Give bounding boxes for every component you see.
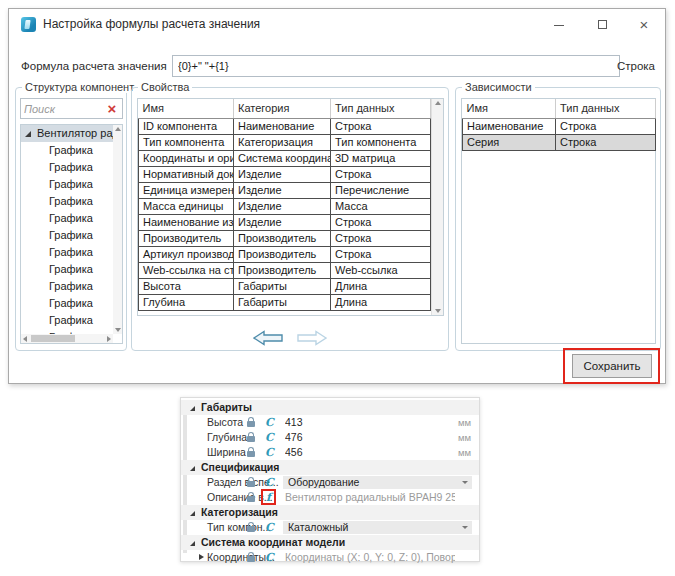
table-cell[interactable]: Изделие <box>234 166 331 182</box>
tree-item[interactable]: Графика <box>21 159 113 176</box>
panel-property-row[interactable]: ГлубинаC476мм <box>181 430 479 445</box>
panel-property-row[interactable]: Тип компон...CКаталожный <box>181 520 479 535</box>
table-cell[interactable]: Система координат <box>234 150 331 166</box>
table-row[interactable]: Наименование издеИзделиеСтрока <box>139 214 431 230</box>
calculated-icon[interactable]: C <box>265 445 274 460</box>
chevron-down-icon[interactable] <box>462 526 468 529</box>
calculated-icon[interactable]: C <box>265 430 274 445</box>
table-cell[interactable]: Тип компонента <box>331 134 431 150</box>
table-row[interactable]: Нормативный докуИзделиеСтрока <box>139 166 431 182</box>
table-cell[interactable]: Производитель <box>234 262 331 278</box>
save-button[interactable]: Сохранить <box>572 354 652 378</box>
table-cell[interactable]: Масса единицы <box>139 198 234 214</box>
column-header[interactable]: Тип данных <box>556 99 656 118</box>
column-header[interactable]: Имя <box>139 99 234 118</box>
table-cell[interactable]: Строка <box>331 166 431 182</box>
tree-item[interactable]: Графика <box>21 210 113 227</box>
close-icon[interactable]: × <box>636 17 652 33</box>
move-left-arrow-icon[interactable] <box>253 330 283 346</box>
table-row[interactable]: Тип компонентаКатегоризацияТип компонент… <box>139 134 431 150</box>
tree-root-item[interactable]: Вентилятор рад <box>21 125 113 142</box>
table-cell[interactable]: Изделие <box>234 198 331 214</box>
table-cell[interactable]: ID компонента <box>139 118 234 134</box>
panel-group-header[interactable]: Категоризация <box>181 505 479 520</box>
scroll-right-icon[interactable] <box>107 336 111 342</box>
table-cell[interactable]: Производитель <box>234 246 331 262</box>
table-cell[interactable]: Наименование <box>463 118 556 134</box>
table-cell[interactable]: Серия <box>463 134 556 150</box>
scrollbar-thumb[interactable] <box>31 335 75 342</box>
table-cell[interactable]: Единица измерения <box>139 182 234 198</box>
table-cell[interactable]: Web-ссылка на стра <box>139 262 234 278</box>
table-row[interactable]: Единица измеренияИзделиеПеречисление <box>139 182 431 198</box>
table-row[interactable]: Масса единицыИзделиеМасса <box>139 198 431 214</box>
table-row[interactable]: ВысотаГабаритыДлина <box>139 278 431 294</box>
tree-item[interactable]: Графика <box>21 295 113 312</box>
column-header[interactable]: Имя <box>463 99 556 118</box>
lock-icon[interactable] <box>247 451 255 457</box>
table-row[interactable]: СерияСтрока <box>463 134 656 150</box>
minimize-button[interactable] <box>551 17 567 33</box>
table-cell[interactable]: Строка <box>331 246 431 262</box>
tree-item[interactable]: Графика <box>21 142 113 159</box>
table-cell[interactable]: Наименование <box>234 118 331 134</box>
tree-item[interactable]: Графика <box>21 244 113 261</box>
tree-item[interactable]: Графика <box>21 312 113 329</box>
table-row[interactable]: НаименованиеСтрока <box>463 118 656 134</box>
table-cell[interactable]: Габариты <box>234 278 331 294</box>
table-cell[interactable]: Наименование изде <box>139 214 234 230</box>
tree-horizontal-scrollbar[interactable] <box>21 334 113 343</box>
maximize-button[interactable] <box>594 17 610 33</box>
table-cell[interactable]: Строка <box>331 214 431 230</box>
scroll-up-icon[interactable] <box>115 127 121 131</box>
panel-property-row[interactable]: Описание в...fВентилятор радиальный ВРАН… <box>181 490 479 505</box>
tree-item[interactable]: Графика <box>21 227 113 244</box>
table-cell[interactable]: Тип компонента <box>139 134 234 150</box>
panel-property-row[interactable]: Координаты...CКоординаты (X: 0, Y: 0, Z:… <box>181 550 479 565</box>
table-cell[interactable]: Артикул производи <box>139 246 234 262</box>
scroll-down-icon[interactable] <box>115 328 121 332</box>
dependencies-header-row[interactable]: ИмяТип данных <box>463 99 656 118</box>
table-cell[interactable]: Габариты <box>234 294 331 310</box>
calculated-icon[interactable]: C <box>265 415 274 430</box>
move-right-arrow-icon[interactable] <box>297 330 327 346</box>
table-cell[interactable]: 3D матрица <box>331 150 431 166</box>
lock-icon[interactable] <box>247 496 255 502</box>
table-cell[interactable]: Глубина <box>139 294 234 310</box>
search-input[interactable] <box>24 100 102 117</box>
tree-item[interactable]: Графика <box>21 193 113 210</box>
scroll-down-icon[interactable] <box>435 309 441 313</box>
panel-property-row[interactable]: ШиринаC456мм <box>181 445 479 460</box>
panel-property-row[interactable]: ВысотаC413мм <box>181 415 479 430</box>
panel-property-row[interactable]: Раздел в спе...CОборудование <box>181 475 479 490</box>
tree-item[interactable]: Графика <box>21 278 113 295</box>
table-cell[interactable]: Масса <box>331 198 431 214</box>
expander-icon[interactable] <box>190 466 195 471</box>
table-cell[interactable]: Производитель <box>234 230 331 246</box>
calculated-icon[interactable]: C <box>265 475 274 490</box>
column-header[interactable]: Тип данных <box>331 99 431 118</box>
expander-icon[interactable] <box>190 511 195 516</box>
formula-icon[interactable]: f <box>266 490 271 505</box>
column-header[interactable]: Категория <box>234 99 331 118</box>
table-cell[interactable]: Web-ссылка <box>331 262 431 278</box>
property-dropdown[interactable]: Каталожный <box>283 521 472 534</box>
formula-input[interactable] <box>172 55 620 77</box>
expander-icon[interactable] <box>190 541 195 546</box>
table-cell[interactable]: Производитель <box>139 230 234 246</box>
tree-vertical-scrollbar[interactable] <box>113 125 122 334</box>
chevron-down-icon[interactable] <box>462 481 468 484</box>
table-row[interactable]: ID компонентаНаименованиеСтрока <box>139 118 431 134</box>
table-row[interactable]: Web-ссылка на страПроизводительWeb-ссылк… <box>139 262 431 278</box>
table-cell[interactable]: Изделие <box>234 214 331 230</box>
table-cell[interactable]: Координаты и орие <box>139 150 234 166</box>
table-cell[interactable]: Длина <box>331 294 431 310</box>
expander-icon[interactable] <box>190 406 195 411</box>
table-cell[interactable]: Строка <box>556 118 656 134</box>
titlebar[interactable]: Настройка формулы расчета значения × <box>9 9 665 39</box>
table-row[interactable]: Координаты и ориеСистема координат3D мат… <box>139 150 431 166</box>
lock-icon[interactable] <box>247 421 255 427</box>
clear-search-icon[interactable]: × <box>104 99 120 118</box>
calculated-icon[interactable]: C <box>265 550 274 565</box>
table-cell[interactable]: Высота <box>139 278 234 294</box>
